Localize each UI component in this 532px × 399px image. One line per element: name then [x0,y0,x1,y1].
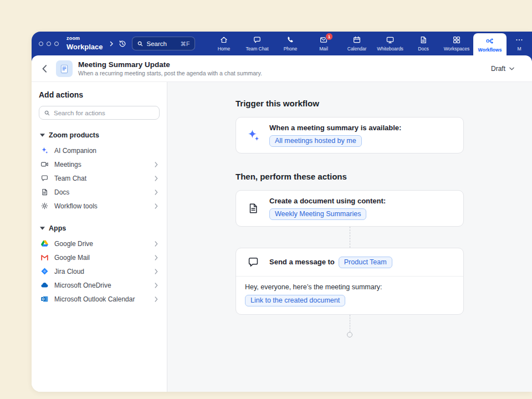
workflows-icon [485,37,494,45]
sidebar-item-label: Docs [54,188,69,196]
nav-item-workflows[interactable]: Workflows [473,33,507,55]
section-header-apps[interactable]: Apps [39,224,160,232]
workspaces-icon [452,35,461,44]
create-document-card[interactable]: Create a document using content: Weekly … [236,190,464,227]
sidebar-item-workflow-tools[interactable]: Workflow tools [39,199,160,213]
window-controls[interactable] [39,42,59,46]
sidebar-item-label: Google Drive [54,240,93,248]
more-dots-icon [515,35,524,44]
screenshot-root: { "topnav": { "logo_line1": "zoom", "log… [0,0,532,399]
sidebar-item-team-chat[interactable]: Team Chat [39,171,160,185]
sidebar-item-label: AI Companion [54,147,96,155]
back-button[interactable] [42,65,48,73]
sidebar-item-microsoft-outlook-calendar[interactable]: Microsoft Outlook Calendar [39,292,160,306]
send-message-card[interactable]: Send a message toProduct Team Hey, every… [236,248,464,315]
meeting-summary-icon [56,60,73,77]
actions-heading: Then, perform these actions [236,172,464,181]
sidebar-item-label: Google Mail [54,254,90,262]
nav-item-calendar[interactable]: Calendar [340,32,374,55]
sidebar-item-label: Meetings [54,161,81,168]
sidebar-item-label: Microsoft OneDrive [54,282,111,289]
chevron-right-icon [155,203,158,209]
message-body[interactable]: Hey, everyone, here’s the meeting summar… [236,277,463,314]
trigger-scope-chip[interactable]: All meetings hosted by me [269,135,362,147]
recipient-chip[interactable]: Product Team [339,257,392,268]
trigger-card[interactable]: When a meeting summary is available: All… [236,117,464,154]
sidebar-item-label: Workflow tools [54,202,98,210]
workflow-header: Meeting Summary Update When a recurring … [32,55,532,82]
whiteboards-icon [386,35,395,44]
nav-item-whiteboards[interactable]: Whiteboards [374,32,407,55]
status-dropdown[interactable]: Draft [485,62,520,75]
nav-item-label: Workflows [478,47,502,53]
chevron-right-icon [155,269,158,274]
document-icon [245,202,262,214]
search-icon [44,110,50,116]
caret-down-icon [40,227,45,230]
document-content-chip[interactable]: Weekly Meeting Summaries [269,208,366,220]
team-chat-icon [253,35,262,44]
add-step-node[interactable] [347,332,352,337]
create-document-content: Create a document using content: Weekly … [269,197,386,220]
window-control-dot[interactable] [47,42,51,46]
sidebar-item-jira-cloud[interactable]: Jira Cloud [39,264,160,278]
header-strip: Meeting Summary Update When a recurring … [32,55,532,82]
send-message-content: Send a message toProduct Team [269,257,392,268]
connector-dashed [350,227,350,248]
window-control-dot[interactable] [54,42,59,46]
sidebar-item-meetings[interactable]: Meetings [39,157,160,171]
sidebar-section-zoom-products: Zoom products AI Companion Meetings [39,131,160,213]
global-search[interactable]: Search ⌘F [132,37,195,50]
chat-bubble-icon [245,256,262,268]
document-link-chip[interactable]: Link to the created document [245,295,345,306]
section-label: Zoom products [49,131,99,139]
search-input[interactable] [54,110,155,116]
nav-item-label: Whiteboards [377,46,403,52]
sidebar-item-microsoft-onedrive[interactable]: Microsoft OneDrive [39,278,160,292]
chevron-right-icon [155,241,158,247]
window-control-dot[interactable] [39,42,43,46]
actions-search[interactable] [39,106,160,120]
phone-icon [286,35,295,44]
caret-down-icon [40,134,45,137]
history-icon[interactable] [118,39,127,48]
sidebar-item-google-mail[interactable]: Google Mail [39,250,160,264]
nav-item-label: Home [218,46,231,52]
top-navigation: zoom Workplace Search ⌘F Home Team Chat [32,32,532,55]
trigger-heading: Trigger this workflow [236,99,464,108]
logo-zoom-text: zoom [66,36,103,41]
sidebar-item-google-drive[interactable]: Google Drive [39,237,160,250]
nav-item-home[interactable]: Home [207,32,241,55]
calendar-icon [352,35,361,44]
sidebar-item-docs[interactable]: Docs [39,185,160,199]
window-body: Add actions Zoom products AI Companion [32,82,532,392]
workflow-canvas: Trigger this workflow When a meeting sum… [167,82,532,392]
chevron-right-icon[interactable] [109,41,114,47]
meetings-icon [40,160,49,168]
create-document-text: Create a document using content: [269,197,386,205]
onedrive-icon [40,281,49,289]
jira-icon [40,267,49,275]
nav-item-mail[interactable]: 1 Mail [307,32,340,55]
workflow-title-block: Meeting Summary Update When a recurring … [78,60,262,76]
google-drive-icon [40,239,49,248]
nav-item-label: M [517,46,521,52]
chevron-right-icon [155,190,158,195]
search-icon [137,40,144,47]
sidebar-item-ai-companion[interactable]: AI Companion [39,144,160,157]
trigger-text: When a meeting summary is available: [269,124,401,132]
nav-item-team-chat[interactable]: Team Chat [241,32,274,55]
section-header-zoom-products[interactable]: Zoom products [39,131,160,139]
search-shortcut: ⌘F [181,40,190,47]
workflow-title: Meeting Summary Update [78,60,262,69]
connector-dashed [350,315,350,332]
nav-items: Home Team Chat Phone 1 Mail Calendar [207,32,532,55]
nav-item-phone[interactable]: Phone [274,32,307,55]
nav-item-more[interactable]: M [507,32,532,55]
chevron-right-icon [155,255,158,260]
nav-item-workspaces[interactable]: Workspaces [440,32,473,55]
nav-item-label: Calendar [347,46,367,52]
team-chat-icon [40,174,49,182]
chevron-down-icon [509,67,514,70]
nav-item-docs[interactable]: Docs [407,32,440,55]
